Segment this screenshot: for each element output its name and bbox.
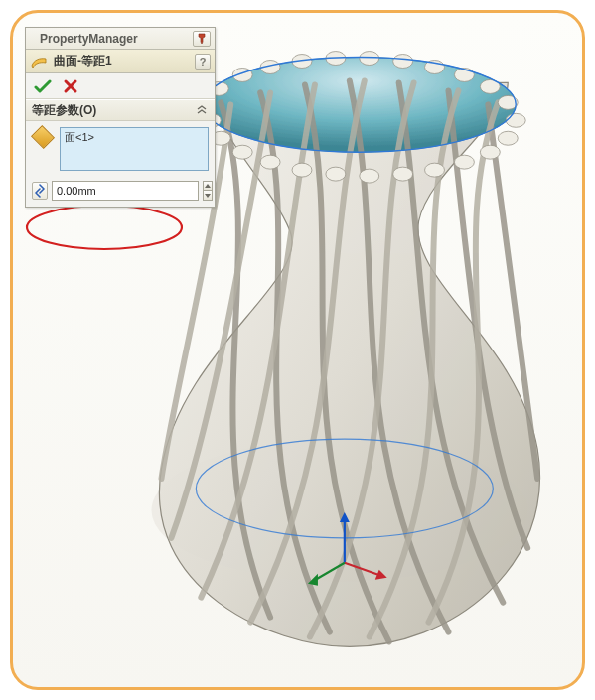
svg-point-8 (393, 55, 413, 69)
surface-offset-icon (30, 53, 48, 70)
svg-point-13 (506, 113, 525, 127)
cancel-button[interactable] (62, 77, 79, 95)
offset-params-body: 面<1> (26, 121, 215, 207)
confirm-row (26, 73, 215, 99)
svg-point-18 (393, 167, 413, 181)
selection-row: 面<1> (32, 127, 209, 171)
panel-title: PropertyManager (30, 32, 187, 46)
svg-point-16 (454, 155, 474, 169)
face-select-icon[interactable] (31, 125, 55, 149)
reverse-direction-icon[interactable] (32, 182, 48, 200)
list-item[interactable]: 面<1> (65, 130, 204, 145)
svg-point-14 (498, 131, 518, 145)
chevron-up-icon (195, 103, 209, 117)
svg-point-15 (480, 145, 500, 159)
distance-spinner (203, 181, 213, 201)
svg-point-23 (232, 145, 252, 159)
spin-down-button[interactable] (203, 191, 213, 201)
help-button[interactable]: ? (195, 54, 211, 70)
svg-point-22 (260, 155, 280, 169)
app-frame: PropertyManager 曲面-等距1 ? 等距参数(O) (10, 10, 585, 690)
feature-title: 曲面-等距1 (54, 53, 189, 70)
svg-point-17 (425, 163, 445, 177)
svg-point-21 (292, 163, 312, 177)
section-title: 等距参数(O) (32, 102, 96, 119)
svg-point-20 (326, 167, 346, 181)
offset-params-header[interactable]: 等距参数(O) (26, 99, 215, 121)
panel-header: PropertyManager (26, 28, 215, 50)
face-selection-list[interactable]: 面<1> (60, 127, 209, 171)
property-manager-panel: PropertyManager 曲面-等距1 ? 等距参数(O) (25, 27, 216, 208)
svg-point-7 (360, 52, 379, 66)
ok-button[interactable] (34, 77, 52, 95)
offset-distance-row (32, 181, 209, 201)
spin-up-button[interactable] (203, 181, 213, 191)
svg-point-19 (360, 169, 379, 183)
feature-title-row: 曲面-等距1 ? (26, 50, 215, 73)
pin-icon[interactable] (193, 31, 211, 47)
offset-distance-input[interactable] (52, 181, 199, 201)
